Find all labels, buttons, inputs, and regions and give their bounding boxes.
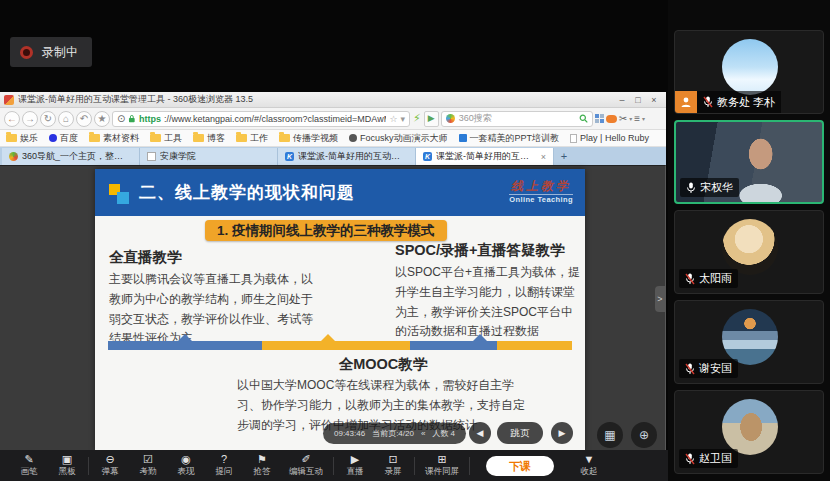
bookmark-star-icon[interactable]: ☆	[389, 114, 397, 124]
search-input[interactable]: 360搜索	[441, 111, 593, 127]
screen-record-icon: ⊡	[388, 453, 397, 465]
tool-label: 直播	[347, 466, 364, 478]
expand-panel-chevron-icon[interactable]: >	[655, 286, 665, 312]
toolbar-divider	[333, 457, 334, 475]
browser-window: 课堂派-简单好用的互动课堂管理工具 - 360极速浏览器 13.5 – □ × …	[0, 92, 666, 450]
browser-navbar: ← → ↻ ⌂ ↶ ★ ⊙ https://www.ketangpai.com/…	[0, 108, 666, 130]
bookmark-item[interactable]: 百度	[49, 132, 78, 145]
back-button[interactable]: ←	[4, 111, 20, 127]
tab-close-icon[interactable]: ×	[541, 152, 546, 162]
mic-on-icon	[686, 182, 696, 194]
browser-titlebar[interactable]: 课堂派-简单好用的互动课堂管理工具 - 360极速浏览器 13.5 – □ ×	[0, 92, 666, 108]
go-button[interactable]: ▶	[424, 111, 439, 127]
participant-tile[interactable]: 太阳雨	[674, 210, 824, 294]
tool-quick-answer-button[interactable]: ⚑抢答	[243, 453, 281, 478]
screenshot-icon[interactable]: ✂	[619, 113, 627, 124]
game-center-icon[interactable]	[606, 115, 617, 123]
bookmarks-bar: 娱乐百度素材资料工具博客工作传播学视频Focusky动画演示大师一套精美的PPT…	[0, 130, 666, 147]
avatar	[722, 309, 778, 365]
tool-performance-button[interactable]: ◉表现	[167, 453, 205, 478]
bookmark-item[interactable]: 博客	[193, 132, 225, 145]
speed-mode-icon[interactable]: ⚡	[413, 112, 421, 125]
url-dropdown-icon[interactable]: ▾	[400, 114, 405, 124]
avatar	[722, 39, 778, 95]
tool-danmaku-button[interactable]: ⊖弹幕	[91, 453, 129, 478]
tool-label: 画笔	[21, 466, 38, 478]
forward-button[interactable]: →	[22, 111, 38, 127]
bookmark-item[interactable]: Focusky动画演示大师	[349, 132, 448, 145]
prev-page-button[interactable]: ◀	[469, 422, 491, 444]
mic-muted-icon	[685, 363, 695, 375]
tool-screen-record-button[interactable]: ⊡录屏	[374, 453, 412, 478]
next-page-button[interactable]: ▶	[551, 422, 573, 444]
menu-dropdown-icon[interactable]: ▾	[642, 115, 645, 122]
bookmark-item[interactable]: 传播学视频	[279, 132, 338, 145]
refresh-button[interactable]: ↻	[40, 111, 56, 127]
bookmark-ppt-icon	[459, 134, 467, 142]
browser-tab[interactable]: K课堂派-简单好用的互动课堂管理工	[278, 148, 416, 165]
tab-list: 360导航_一个主页，整个世界安康学院K课堂派-简单好用的互动课堂管理工K课堂派…	[2, 148, 554, 165]
record-dot-icon	[20, 46, 33, 59]
bookmark-item[interactable]: 工具	[150, 132, 182, 145]
bookmark-item[interactable]: 一套精美的PPT培训教	[459, 132, 560, 145]
participant-tile[interactable]: 教务处 李朴	[674, 30, 824, 114]
participant-tile[interactable]: 谢安国	[674, 300, 824, 384]
search-icon[interactable]	[579, 114, 588, 123]
collapse-status-icon[interactable]: «	[421, 429, 425, 438]
menu-icon[interactable]: ≡	[634, 113, 640, 124]
participant-name-tag: 教务处 李朴	[697, 91, 781, 113]
admin-badge-icon	[675, 91, 697, 113]
collapse-icon: ▼	[584, 453, 595, 465]
qr-code-button[interactable]: ▦	[597, 422, 623, 448]
search-engine-icon	[446, 114, 455, 123]
maximize-button[interactable]: □	[630, 95, 646, 105]
tool-label: 提问	[216, 466, 233, 478]
slide-logo-squares-icon	[109, 180, 131, 206]
close-button[interactable]: ×	[646, 95, 662, 105]
tool-live-button[interactable]: ▶直播	[336, 453, 374, 478]
tab-favicon-icon: K	[423, 152, 432, 161]
bookmark-item[interactable]: 娱乐	[6, 132, 38, 145]
section-title: 全直播教学	[109, 248, 317, 267]
toolbar-divider	[88, 457, 89, 475]
participant-count: 人数 4	[432, 428, 455, 439]
bookmark-item[interactable]: Play | Hello Ruby	[570, 133, 649, 143]
section-body: 以SPOC平台+直播工具为载体，提升学生自主学习能力，以翻转课堂为主，教学评价关…	[395, 263, 581, 342]
avatar	[722, 219, 778, 275]
slide-ribbon	[108, 341, 572, 350]
tool-label: 课件同屏	[425, 466, 459, 478]
screenshot-dropdown-icon[interactable]: ▾	[629, 115, 632, 122]
browser-tab[interactable]: 360导航_一个主页，整个世界	[2, 148, 140, 165]
slide-header: 二、线上教学的现状和问题 线上教学 Online Teaching	[95, 169, 585, 216]
address-bar[interactable]: ⊙ https://www.ketangpai.com/#/classroom?…	[112, 111, 410, 127]
tool-edit-interact-button[interactable]: ✐编辑互动	[281, 453, 331, 478]
section-body: 主要以腾讯会议等直播工具为载体，以教师为中心的教学结构，师生之间处于弱交互状态，…	[109, 270, 317, 349]
extensions-icon[interactable]	[595, 114, 604, 123]
participant-name-tag: 赵卫国	[679, 449, 738, 468]
page-info-icon[interactable]: ⊙	[117, 113, 125, 124]
tool-courseware-sync-button[interactable]: ⊞课件同屏	[417, 453, 467, 478]
bookmark-item[interactable]: 工作	[236, 132, 268, 145]
participant-tile[interactable]: 赵卫国	[674, 390, 824, 474]
participant-tile[interactable]: 宋权华	[674, 120, 824, 204]
new-tab-button[interactable]: +	[554, 148, 574, 165]
tool-pen-button[interactable]: ✎画笔	[10, 453, 48, 478]
bookmark-item[interactable]: 素材资料	[89, 132, 139, 145]
tool-question-button[interactable]: ?提问	[205, 453, 243, 478]
toolbar-items: ✎画笔▣黑板⊖弹幕☑考勤◉表现?提问⚑抢答✐编辑互动▶直播⊡录屏⊞课件同屏	[10, 453, 472, 478]
tool-attendance-button[interactable]: ☑考勤	[129, 453, 167, 478]
end-class-button[interactable]: 下课	[486, 456, 554, 476]
undo-button[interactable]: ↶	[76, 111, 92, 127]
jump-page-button[interactable]: 跳页	[497, 422, 543, 444]
browser-tab[interactable]: K课堂派-简单好用的互动课堂管×	[416, 148, 554, 165]
collapse-toolbar-button[interactable]: ▼ 收起	[570, 453, 608, 478]
window-title: 课堂派-简单好用的互动课堂管理工具 - 360极速浏览器 13.5	[18, 93, 253, 106]
fit-screen-button[interactable]: ⊕	[631, 422, 657, 448]
favorites-button[interactable]: ★	[94, 111, 110, 127]
tool-blackboard-button[interactable]: ▣黑板	[48, 453, 86, 478]
search-placeholder: 360搜索	[459, 112, 492, 125]
minimize-button[interactable]: –	[614, 95, 630, 105]
home-button[interactable]: ⌂	[58, 111, 74, 127]
browser-tab[interactable]: 安康学院	[140, 148, 278, 165]
attendance-icon: ☑	[143, 453, 153, 465]
